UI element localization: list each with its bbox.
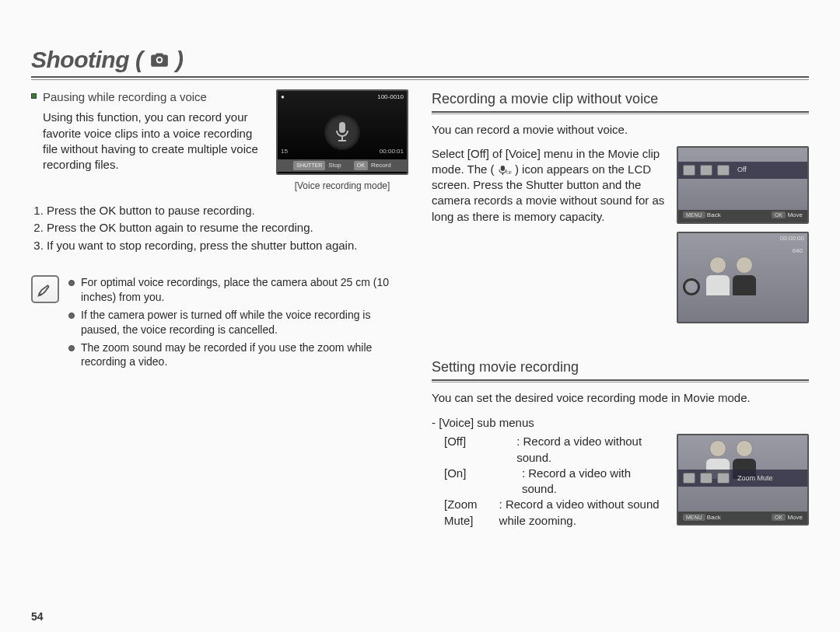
voice-off-badge-icon bbox=[683, 278, 700, 295]
section1-intro: You can record a movie without voice. bbox=[432, 122, 809, 138]
page-number: 54 bbox=[31, 610, 44, 623]
menu-opt-icon bbox=[700, 473, 712, 484]
tip-item: The zoom sound may be recorded if you us… bbox=[81, 340, 408, 370]
tip-item: For optimal voice recordings, place the … bbox=[81, 275, 408, 305]
svg-rect-5 bbox=[501, 166, 505, 171]
tips-list: For optimal voice recordings, place the … bbox=[68, 275, 408, 372]
menu-key: [Zoom Mute] bbox=[444, 497, 499, 529]
menu-key: [On] bbox=[444, 466, 522, 498]
mic-status-icon: ● bbox=[281, 93, 285, 102]
intro-paragraph: Using this function, you can record your… bbox=[31, 110, 268, 173]
back-label: Back bbox=[707, 211, 721, 218]
camera-icon bbox=[149, 51, 170, 68]
microphone-icon bbox=[324, 114, 360, 150]
section1-figures: Off MENU Back OK Move 00:00:00 640 bbox=[677, 146, 809, 323]
open-paren: ( bbox=[135, 47, 143, 73]
time-left: 15 bbox=[281, 148, 288, 156]
lcd-screen: ● 100-0010 15 bbox=[276, 89, 408, 175]
menu-opt-icon bbox=[683, 165, 695, 176]
svg-rect-3 bbox=[341, 136, 343, 140]
submenu-header: - [Voice] sub menus bbox=[432, 415, 809, 431]
move-label: Move bbox=[787, 514, 803, 521]
menu-opt-icon bbox=[717, 473, 730, 484]
tip-item: If the camera power is turned off while … bbox=[81, 308, 408, 337]
step-item: If you want to stop recording, press the… bbox=[47, 238, 408, 253]
voice-recording-figure: ● 100-0010 15 bbox=[276, 89, 408, 192]
manual-page: Shooting ( ) Pausing while recording a v… bbox=[0, 0, 840, 632]
menu-opt-icon bbox=[717, 165, 730, 176]
menu-key: [Off] bbox=[444, 434, 516, 466]
header-rule bbox=[31, 76, 809, 80]
step-item: Press the OK button again to resume the … bbox=[47, 220, 408, 236]
svg-rect-4 bbox=[338, 140, 346, 141]
stop-label: Stop bbox=[328, 162, 341, 170]
resolution-label: 640 bbox=[793, 247, 803, 256]
menu-opt-icon bbox=[700, 165, 712, 176]
section2-figure: Zoom Mute MENU Back OK Move bbox=[677, 434, 809, 526]
page-title: Shooting bbox=[31, 47, 129, 73]
section2-intro: You can set the desired voice recording … bbox=[432, 390, 809, 406]
section1-body: Select [Off] of [Voice] menu in the Movi… bbox=[432, 146, 809, 323]
section-heading: Recording a movie clip without voice bbox=[432, 89, 809, 110]
svg-rect-6 bbox=[502, 173, 502, 175]
mic-off-icon: OFF bbox=[498, 165, 512, 176]
section-rule bbox=[432, 111, 809, 114]
people-illustration bbox=[706, 257, 784, 295]
menu-chip: MENU bbox=[683, 514, 705, 521]
menu-val: Record a video without sound while zoomi… bbox=[499, 497, 669, 529]
rec-time: 00:00:00 bbox=[780, 235, 804, 243]
section-heading: Setting movie recording bbox=[432, 358, 809, 378]
step-item: Press the OK button to pause recording. bbox=[47, 203, 408, 218]
two-column-layout: Pausing while recording a voice Using th… bbox=[31, 89, 809, 529]
right-column: Recording a movie clip without voice You… bbox=[432, 89, 809, 529]
figure-caption: [Voice recording mode] bbox=[276, 180, 408, 192]
close-paren: ) bbox=[176, 47, 184, 73]
menu-val: Record a video without sound. bbox=[516, 434, 669, 466]
menu-val: Record a video with sound. bbox=[522, 466, 669, 498]
steps-list: Press the OK button to pause recording. … bbox=[31, 203, 408, 253]
record-label: Record bbox=[371, 162, 391, 170]
back-label: Back bbox=[707, 514, 721, 521]
voice-submenu-table: [Off]Record a video without sound. [On]R… bbox=[432, 434, 669, 529]
menu-selected-label: Off bbox=[737, 165, 747, 174]
submenu-block: [Off]Record a video without sound. [On]R… bbox=[432, 434, 809, 529]
file-counter: 100-0010 bbox=[377, 93, 404, 102]
lcd-menu-screen: Off MENU Back OK Move bbox=[677, 146, 809, 224]
note-icon bbox=[31, 275, 59, 303]
page-header: Shooting ( ) bbox=[31, 47, 809, 73]
time-right: 00:00:01 bbox=[380, 148, 404, 156]
left-column: Pausing while recording a voice Using th… bbox=[31, 89, 408, 529]
svg-rect-2 bbox=[339, 122, 345, 133]
ok-chip: OK bbox=[772, 211, 786, 218]
lcd-menu-screen: Zoom Mute MENU Back OK Move bbox=[677, 434, 809, 526]
lcd-preview-screen: 00:00:00 640 bbox=[677, 232, 809, 323]
section2: Setting movie recording You can set the … bbox=[432, 358, 809, 529]
menu-chip: MENU bbox=[683, 211, 705, 218]
svg-point-1 bbox=[157, 58, 161, 62]
pause-recording-block: Pausing while recording a voice Using th… bbox=[31, 89, 408, 192]
subheading: Pausing while recording a voice bbox=[43, 89, 207, 105]
menu-selected-label: Zoom Mute bbox=[737, 473, 773, 483]
square-bullet-icon bbox=[31, 93, 37, 99]
move-label: Move bbox=[787, 211, 803, 218]
menu-opt-icon bbox=[683, 473, 695, 484]
shutter-chip: SHUTTER bbox=[293, 161, 325, 169]
section-rule bbox=[432, 379, 809, 382]
ok-chip: OK bbox=[772, 514, 786, 521]
svg-text:OFF: OFF bbox=[506, 170, 512, 175]
ok-chip: OK bbox=[354, 161, 368, 169]
tip-box: For optimal voice recordings, place the … bbox=[31, 275, 408, 372]
